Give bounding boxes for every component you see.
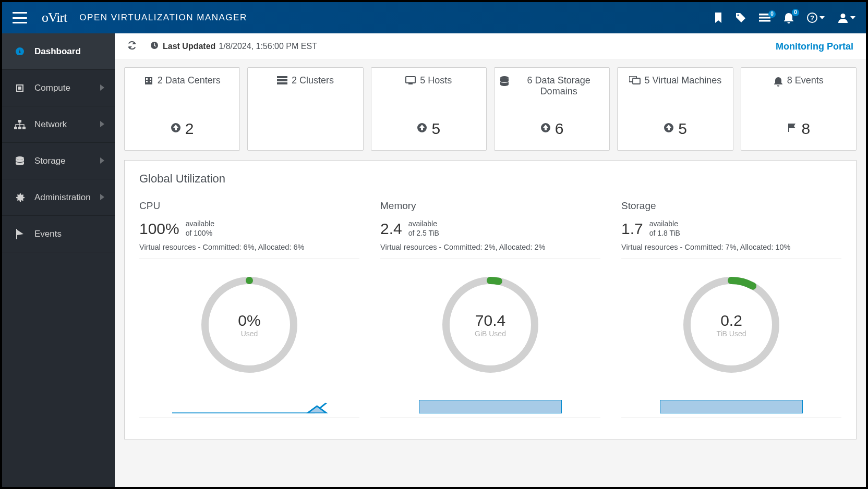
app-header: oVirt OPEN VIRTUALIZATION MANAGER 0 0 ? — [2, 2, 866, 33]
arrow-up-circle-icon — [417, 123, 427, 136]
notifications-bell-icon[interactable]: 0 — [783, 12, 794, 23]
svg-text:?: ? — [810, 14, 814, 22]
refresh-icon[interactable] — [127, 41, 137, 52]
database-icon — [500, 76, 509, 89]
sidebar-item-label: Events — [34, 229, 62, 239]
svg-rect-8 — [18, 87, 21, 90]
sidebar-item-storage[interactable]: Storage — [2, 143, 115, 179]
svg-rect-16 — [146, 78, 148, 80]
card-title: 2 Clusters — [292, 75, 334, 86]
util-value: 100% — [139, 220, 179, 238]
util-value: 1.7 — [621, 220, 643, 238]
card-count: 6 — [555, 120, 564, 138]
donut-value: 0.2 — [720, 312, 742, 329]
hamburger-menu-icon[interactable] — [13, 12, 27, 23]
card-events[interactable]: 8 Events 8 — [741, 67, 857, 151]
sidebar-item-administration[interactable]: Administration — [2, 179, 115, 216]
tag-icon[interactable] — [736, 13, 746, 23]
util-title: Memory — [380, 200, 600, 212]
card-hosts[interactable]: 5 Hosts 5 — [371, 67, 487, 151]
vm-icon — [629, 76, 641, 87]
cpu-sparkline[interactable] — [172, 399, 326, 413]
summary-cards-row: 2 Data Centers 2 2 Clusters — [115, 60, 866, 158]
svg-rect-30 — [633, 78, 640, 84]
sidebar-item-network[interactable]: Network — [2, 106, 115, 143]
svg-rect-21 — [277, 76, 287, 78]
help-icon[interactable]: ? — [807, 13, 825, 23]
card-title: 8 Events — [787, 75, 824, 86]
svg-rect-3 — [759, 20, 770, 22]
util-note: Virtual resources - Committed: 2%, Alloc… — [380, 243, 600, 259]
memory-donut-chart[interactable]: 70.4 GiB Used — [438, 273, 542, 377]
sidebar-item-events[interactable]: Events — [2, 216, 115, 252]
svg-marker-35 — [308, 406, 326, 413]
svg-rect-22 — [277, 79, 287, 81]
card-title: 5 Hosts — [420, 75, 452, 86]
chevron-right-icon — [100, 156, 104, 166]
bookmark-icon[interactable] — [714, 13, 722, 23]
util-available-label: available — [408, 219, 439, 228]
card-storage-domains[interactable]: 6 Data Storage Domains 6 — [494, 67, 610, 151]
storage-sparkline[interactable] — [660, 400, 803, 413]
svg-rect-18 — [146, 81, 148, 82]
storage-icon — [13, 156, 27, 166]
storage-donut-chart[interactable]: 0.2 TiB Used — [679, 273, 783, 377]
screen-icon — [405, 76, 416, 87]
card-virtual-machines[interactable]: 5 Virtual Machines 5 — [617, 67, 733, 151]
card-title: 2 Data Centers — [158, 75, 221, 86]
svg-rect-24 — [406, 77, 415, 83]
last-updated-label: Last Updated — [163, 42, 215, 51]
card-title: 5 Virtual Machines — [645, 75, 722, 86]
util-available-of: of 2.5 TiB — [408, 228, 439, 238]
donut-value: 70.4 — [475, 312, 505, 329]
global-utilization-panel: Global Utilization CPU 100% available of… — [124, 160, 857, 439]
svg-rect-11 — [18, 127, 21, 129]
cpu-donut-chart[interactable]: 0% Used — [197, 273, 302, 377]
svg-point-0 — [737, 14, 739, 16]
svg-point-6 — [841, 14, 846, 18]
card-count: 2 — [185, 120, 194, 138]
user-menu-icon[interactable] — [838, 13, 855, 23]
donut-label: GiB Used — [475, 329, 506, 338]
svg-rect-23 — [277, 82, 287, 84]
svg-point-13 — [16, 156, 24, 160]
caret-down-icon — [819, 16, 825, 19]
utilization-storage: Storage 1.7 available of 1.8 TiB Virtual… — [621, 200, 841, 418]
svg-rect-25 — [408, 83, 413, 84]
svg-rect-9 — [18, 120, 21, 123]
header-toolbar: 0 0 ? — [714, 12, 855, 23]
cluster-icon — [277, 76, 287, 87]
svg-rect-17 — [150, 78, 151, 80]
main-content: Last Updated 1/8/2024, 1:56:00 PM EST Mo… — [115, 33, 866, 487]
clock-icon — [150, 41, 159, 52]
sidebar-item-compute[interactable]: Compute — [2, 70, 115, 106]
arrow-up-circle-icon — [664, 123, 674, 136]
card-data-centers[interactable]: 2 Data Centers 2 — [124, 67, 240, 151]
sidebar-item-dashboard[interactable]: Dashboard — [2, 33, 115, 70]
tasks-icon[interactable]: 0 — [759, 14, 770, 22]
svg-rect-12 — [22, 127, 26, 129]
donut-label: Used — [241, 329, 258, 338]
caret-down-icon — [850, 16, 855, 19]
util-value: 2.4 — [380, 220, 402, 238]
card-count: 5 — [678, 120, 687, 138]
arrow-up-circle-icon — [540, 123, 551, 136]
monitoring-portal-link[interactable]: Monitoring Portal — [776, 41, 853, 52]
chevron-right-icon — [100, 83, 104, 93]
card-count: 8 — [801, 120, 810, 138]
card-title: 6 Data Storage Domains — [513, 75, 604, 97]
sidebar-item-label: Administration — [34, 192, 91, 203]
card-clusters[interactable]: 2 Clusters — [247, 67, 363, 151]
tasks-badge: 0 — [768, 10, 776, 18]
util-title: CPU — [139, 200, 359, 212]
product-logo: oVirt — [42, 10, 67, 26]
arrow-up-circle-icon — [171, 123, 181, 136]
sidebar-item-label: Compute — [34, 83, 70, 93]
memory-sparkline[interactable] — [419, 400, 562, 413]
dashboard-toolbar: Last Updated 1/8/2024, 1:56:00 PM EST Mo… — [115, 33, 866, 60]
network-icon — [13, 120, 27, 129]
chevron-right-icon — [100, 192, 104, 203]
util-title: Storage — [621, 200, 841, 212]
util-available-of: of 1.8 TiB — [649, 228, 680, 238]
util-note: Virtual resources - Committed: 7%, Alloc… — [621, 243, 841, 259]
